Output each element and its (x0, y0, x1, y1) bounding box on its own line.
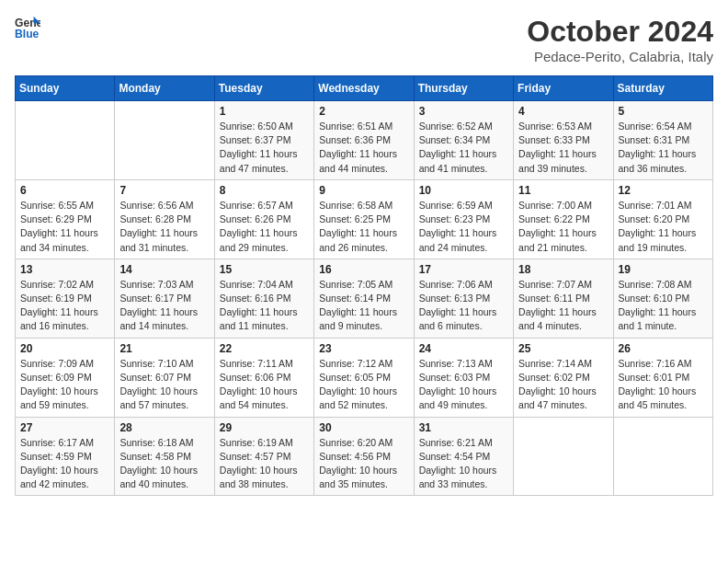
day-number: 24 (419, 342, 508, 355)
calendar-cell: 8Sunrise: 6:57 AM Sunset: 6:26 PM Daylig… (214, 179, 313, 259)
calendar-cell (16, 101, 115, 180)
day-info: Sunrise: 6:53 AM Sunset: 6:33 PM Dayligh… (518, 120, 608, 176)
calendar-cell: 31Sunrise: 6:21 AM Sunset: 4:54 PM Dayli… (414, 417, 513, 496)
day-info: Sunrise: 7:16 AM Sunset: 6:01 PM Dayligh… (619, 357, 708, 413)
calendar-cell: 1Sunrise: 6:50 AM Sunset: 6:37 PM Daylig… (214, 101, 313, 180)
day-number: 3 (419, 105, 508, 118)
calendar-cell: 5Sunrise: 6:54 AM Sunset: 6:31 PM Daylig… (613, 101, 712, 180)
calendar-cell (514, 417, 613, 496)
calendar-cell: 4Sunrise: 6:53 AM Sunset: 6:33 PM Daylig… (514, 101, 613, 180)
calendar-cell: 17Sunrise: 7:06 AM Sunset: 6:13 PM Dayli… (414, 259, 513, 338)
day-info: Sunrise: 6:18 AM Sunset: 4:58 PM Dayligh… (119, 436, 209, 492)
week-row-3: 13Sunrise: 7:02 AM Sunset: 6:19 PM Dayli… (16, 259, 713, 338)
day-info: Sunrise: 7:00 AM Sunset: 6:22 PM Dayligh… (518, 199, 608, 255)
day-info: Sunrise: 7:11 AM Sunset: 6:06 PM Dayligh… (220, 357, 309, 413)
calendar-cell: 21Sunrise: 7:10 AM Sunset: 6:07 PM Dayli… (115, 338, 214, 417)
day-number: 27 (20, 421, 109, 434)
day-info: Sunrise: 7:06 AM Sunset: 6:13 PM Dayligh… (419, 278, 508, 334)
calendar-cell: 25Sunrise: 7:14 AM Sunset: 6:02 PM Dayli… (514, 338, 613, 417)
calendar-cell: 26Sunrise: 7:16 AM Sunset: 6:01 PM Dayli… (613, 338, 712, 417)
calendar-table: SundayMondayTuesdayWednesdayThursdayFrid… (15, 75, 713, 496)
calendar-cell (613, 417, 712, 496)
day-number: 23 (319, 342, 408, 355)
location-subtitle: Pedace-Perito, Calabria, Italy (527, 49, 713, 64)
day-info: Sunrise: 7:03 AM Sunset: 6:17 PM Dayligh… (119, 278, 209, 334)
day-info: Sunrise: 6:50 AM Sunset: 6:37 PM Dayligh… (220, 120, 309, 176)
calendar-cell (115, 101, 214, 180)
svg-text:Blue: Blue (15, 28, 40, 40)
day-number: 2 (319, 105, 408, 118)
day-info: Sunrise: 6:56 AM Sunset: 6:28 PM Dayligh… (119, 199, 209, 255)
week-row-5: 27Sunrise: 6:17 AM Sunset: 4:59 PM Dayli… (16, 417, 713, 496)
day-info: Sunrise: 6:17 AM Sunset: 4:59 PM Dayligh… (20, 436, 109, 492)
day-number: 22 (220, 342, 309, 355)
calendar-cell: 24Sunrise: 7:13 AM Sunset: 6:03 PM Dayli… (414, 338, 513, 417)
header-sunday: Sunday (16, 76, 115, 101)
calendar-cell: 16Sunrise: 7:05 AM Sunset: 6:14 PM Dayli… (314, 259, 414, 338)
calendar-cell: 7Sunrise: 6:56 AM Sunset: 6:28 PM Daylig… (115, 179, 214, 259)
calendar-cell: 3Sunrise: 6:52 AM Sunset: 6:34 PM Daylig… (414, 101, 513, 180)
day-number: 30 (319, 421, 408, 434)
header-thursday: Thursday (414, 76, 513, 101)
day-info: Sunrise: 7:01 AM Sunset: 6:20 PM Dayligh… (619, 199, 708, 255)
day-info: Sunrise: 6:21 AM Sunset: 4:54 PM Dayligh… (419, 436, 508, 492)
day-number: 26 (619, 342, 708, 355)
day-info: Sunrise: 7:09 AM Sunset: 6:09 PM Dayligh… (20, 357, 109, 413)
day-info: Sunrise: 6:55 AM Sunset: 6:29 PM Dayligh… (20, 199, 109, 255)
header-saturday: Saturday (613, 76, 712, 101)
day-info: Sunrise: 6:20 AM Sunset: 4:56 PM Dayligh… (319, 436, 408, 492)
day-info: Sunrise: 6:51 AM Sunset: 6:36 PM Dayligh… (319, 120, 408, 176)
calendar-cell: 6Sunrise: 6:55 AM Sunset: 6:29 PM Daylig… (16, 179, 115, 259)
day-number: 29 (220, 421, 309, 434)
week-row-2: 6Sunrise: 6:55 AM Sunset: 6:29 PM Daylig… (16, 179, 713, 259)
day-number: 6 (20, 184, 109, 197)
day-number: 8 (220, 184, 309, 197)
day-info: Sunrise: 7:07 AM Sunset: 6:11 PM Dayligh… (518, 278, 608, 334)
calendar-cell: 30Sunrise: 6:20 AM Sunset: 4:56 PM Dayli… (314, 417, 414, 496)
day-number: 9 (319, 184, 408, 197)
day-number: 25 (518, 342, 608, 355)
calendar-cell: 18Sunrise: 7:07 AM Sunset: 6:11 PM Dayli… (514, 259, 613, 338)
day-number: 16 (319, 263, 408, 276)
day-number: 5 (619, 105, 708, 118)
day-number: 10 (419, 184, 508, 197)
day-info: Sunrise: 7:14 AM Sunset: 6:02 PM Dayligh… (518, 357, 608, 413)
calendar-cell: 11Sunrise: 7:00 AM Sunset: 6:22 PM Dayli… (514, 179, 613, 259)
day-info: Sunrise: 6:19 AM Sunset: 4:57 PM Dayligh… (220, 436, 309, 492)
day-info: Sunrise: 7:13 AM Sunset: 6:03 PM Dayligh… (419, 357, 508, 413)
day-info: Sunrise: 7:02 AM Sunset: 6:19 PM Dayligh… (20, 278, 109, 334)
day-number: 21 (119, 342, 209, 355)
calendar-cell: 22Sunrise: 7:11 AM Sunset: 6:06 PM Dayli… (214, 338, 313, 417)
day-info: Sunrise: 6:58 AM Sunset: 6:25 PM Dayligh… (319, 199, 408, 255)
calendar-cell: 14Sunrise: 7:03 AM Sunset: 6:17 PM Dayli… (115, 259, 214, 338)
calendar-cell: 12Sunrise: 7:01 AM Sunset: 6:20 PM Dayli… (613, 179, 712, 259)
header-tuesday: Tuesday (214, 76, 313, 101)
calendar-cell: 29Sunrise: 6:19 AM Sunset: 4:57 PM Dayli… (214, 417, 313, 496)
day-info: Sunrise: 7:12 AM Sunset: 6:05 PM Dayligh… (319, 357, 408, 413)
calendar-cell: 28Sunrise: 6:18 AM Sunset: 4:58 PM Dayli… (115, 417, 214, 496)
day-number: 12 (619, 184, 708, 197)
day-number: 11 (518, 184, 608, 197)
day-number: 14 (119, 263, 209, 276)
day-number: 4 (518, 105, 608, 118)
week-row-4: 20Sunrise: 7:09 AM Sunset: 6:09 PM Dayli… (16, 338, 713, 417)
week-row-1: 1Sunrise: 6:50 AM Sunset: 6:37 PM Daylig… (16, 101, 713, 180)
day-info: Sunrise: 7:05 AM Sunset: 6:14 PM Dayligh… (319, 278, 408, 334)
title-block: October 2024 Pedace-Perito, Calabria, It… (527, 15, 713, 64)
calendar-cell: 27Sunrise: 6:17 AM Sunset: 4:59 PM Dayli… (16, 417, 115, 496)
day-number: 1 (220, 105, 309, 118)
day-number: 13 (20, 263, 109, 276)
page-header: General Blue October 2024 Pedace-Perito,… (15, 15, 713, 64)
calendar-cell: 13Sunrise: 7:02 AM Sunset: 6:19 PM Dayli… (16, 259, 115, 338)
calendar-cell: 2Sunrise: 6:51 AM Sunset: 6:36 PM Daylig… (314, 101, 414, 180)
day-number: 31 (419, 421, 508, 434)
calendar-cell: 9Sunrise: 6:58 AM Sunset: 6:25 PM Daylig… (314, 179, 414, 259)
day-info: Sunrise: 7:04 AM Sunset: 6:16 PM Dayligh… (220, 278, 309, 334)
header-wednesday: Wednesday (314, 76, 414, 101)
logo: General Blue (15, 15, 40, 40)
logo-icon: General Blue (15, 15, 40, 40)
calendar-header-row: SundayMondayTuesdayWednesdayThursdayFrid… (16, 76, 713, 101)
calendar-cell: 10Sunrise: 6:59 AM Sunset: 6:23 PM Dayli… (414, 179, 513, 259)
day-number: 18 (518, 263, 608, 276)
day-info: Sunrise: 6:52 AM Sunset: 6:34 PM Dayligh… (419, 120, 508, 176)
